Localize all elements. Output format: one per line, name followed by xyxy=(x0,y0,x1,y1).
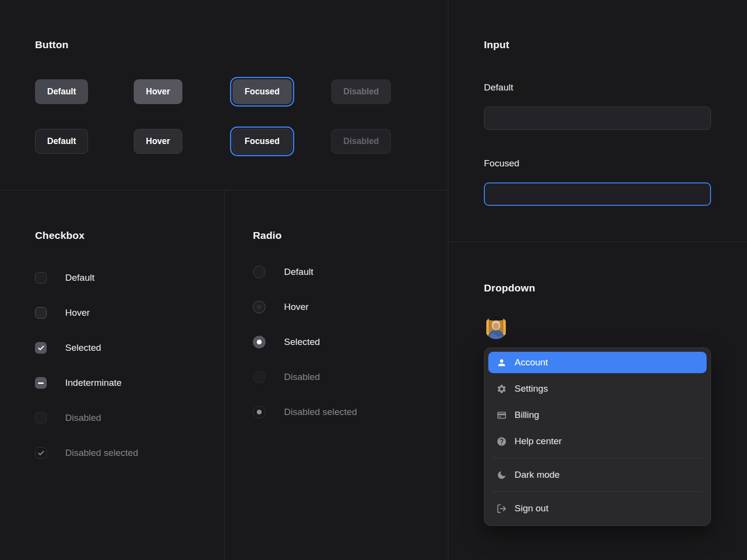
menu-item-dark-mode[interactable]: Dark mode xyxy=(488,462,707,488)
user-avatar[interactable] xyxy=(484,316,508,339)
gear-icon xyxy=(496,383,507,394)
menu-divider xyxy=(492,458,703,458)
menu-item-help-center[interactable]: Help center xyxy=(488,428,707,454)
button-solid-focused[interactable]: Focused xyxy=(232,79,292,104)
checkbox-label: Disabled xyxy=(65,413,101,423)
checkbox-label: Selected xyxy=(65,343,101,353)
text-input-focused[interactable] xyxy=(484,182,711,206)
radio-row-default: Default xyxy=(253,266,313,278)
checkbox-label: Hover xyxy=(65,307,90,318)
radio-row-disabled-selected: Disabled selected xyxy=(253,406,357,418)
radio-section-title: Radio xyxy=(253,230,282,241)
checkbox-row-disabled: Disabled xyxy=(35,412,101,424)
checkbox-indeterminate[interactable] xyxy=(35,377,47,389)
button-outline-focused[interactable]: Focused xyxy=(232,129,292,154)
menu-item-settings[interactable]: Settings xyxy=(488,376,707,402)
checkbox-default[interactable] xyxy=(35,272,47,284)
component-gallery: Button Default Hover Focused Disabled De… xyxy=(0,0,747,560)
checkbox-selected[interactable] xyxy=(35,342,47,354)
checkbox-disabled-selected xyxy=(35,447,47,459)
menu-item-billing[interactable]: Billing xyxy=(488,402,707,428)
person-icon xyxy=(496,357,507,368)
radio-label: Disabled xyxy=(284,372,320,382)
menu-item-label: Account xyxy=(515,357,548,368)
radio-default[interactable] xyxy=(253,266,266,278)
radio-hover[interactable] xyxy=(253,301,266,313)
menu-item-label: Billing xyxy=(515,410,539,420)
dropdown-section-title: Dropdown xyxy=(484,282,535,294)
radio-dot xyxy=(257,305,262,309)
button-outline-default[interactable]: Default xyxy=(35,129,88,154)
dropdown-menu: Account Settings Billing xyxy=(484,347,711,526)
avatar-photo xyxy=(484,316,508,339)
check-icon xyxy=(37,450,45,457)
radio-disabled xyxy=(253,371,266,383)
radio-label: Disabled selected xyxy=(284,407,357,417)
checkbox-label: Disabled selected xyxy=(65,448,138,458)
credit-card-icon xyxy=(496,410,507,420)
checkbox-label: Default xyxy=(65,272,94,283)
checkbox-label: Indeterminate xyxy=(65,378,122,388)
checkbox-row-disabled-selected: Disabled selected xyxy=(35,447,138,459)
radio-row-disabled: Disabled xyxy=(253,371,320,383)
menu-item-label: Help center xyxy=(515,436,562,447)
radio-disabled-selected xyxy=(253,406,266,418)
menu-item-label: Sign out xyxy=(515,503,549,514)
radio-label: Selected xyxy=(284,337,320,347)
sign-out-icon xyxy=(496,503,507,514)
radio-dot xyxy=(257,340,262,344)
checkbox-row-default: Default xyxy=(35,272,94,284)
button-outline-disabled: Disabled xyxy=(331,129,391,154)
button-solid-hover[interactable]: Hover xyxy=(134,79,182,104)
radio-label: Default xyxy=(284,267,313,277)
checkbox-row-hover: Hover xyxy=(35,307,90,319)
radio-row-hover: Hover xyxy=(253,301,309,313)
checkbox-hover[interactable] xyxy=(35,307,47,319)
moon-icon xyxy=(496,470,507,480)
checkbox-section-title: Checkbox xyxy=(35,230,85,241)
menu-item-label: Dark mode xyxy=(515,470,560,480)
button-solid-disabled: Disabled xyxy=(331,79,391,104)
radio-dot xyxy=(257,410,262,415)
button-solid-default[interactable]: Default xyxy=(35,79,88,104)
indeterminate-dash-icon xyxy=(38,382,44,384)
button-outline-hover[interactable]: Hover xyxy=(134,129,182,154)
input-section-title: Input xyxy=(484,39,509,51)
radio-selected[interactable] xyxy=(253,336,266,348)
radio-row-selected: Selected xyxy=(253,336,320,348)
menu-divider xyxy=(492,491,703,492)
input-focused-label: Focused xyxy=(484,158,519,169)
checkbox-row-indeterminate: Indeterminate xyxy=(35,377,122,389)
input-default-label: Default xyxy=(484,82,513,93)
radio-label: Hover xyxy=(284,302,309,312)
vertical-divider-checkbox-radio xyxy=(224,190,225,560)
menu-item-label: Settings xyxy=(515,383,548,394)
help-circle-icon xyxy=(496,436,507,447)
button-section-title: Button xyxy=(35,39,69,51)
horizontal-divider-right xyxy=(448,242,747,242)
menu-item-sign-out[interactable]: Sign out xyxy=(488,495,707,522)
menu-item-account[interactable]: Account xyxy=(488,352,707,373)
text-input-default[interactable] xyxy=(484,107,711,130)
checkbox-row-selected: Selected xyxy=(35,342,101,354)
checkbox-disabled xyxy=(35,412,47,424)
check-icon xyxy=(37,344,45,352)
vertical-divider-main xyxy=(448,0,448,560)
